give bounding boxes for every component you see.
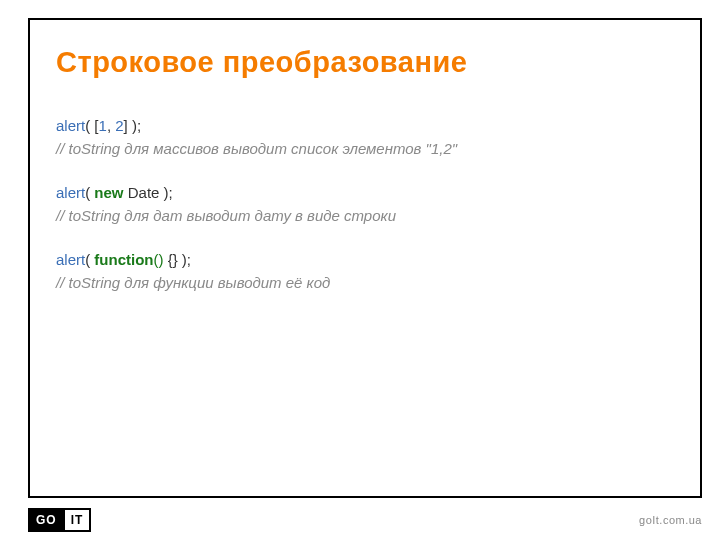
code-text: (	[85, 184, 94, 201]
code-text: (	[85, 251, 94, 268]
num-literal: 1	[99, 117, 107, 134]
logo-it: IT	[65, 508, 92, 532]
code-comment-1: // toString для массивов выводит список …	[56, 138, 700, 161]
code-text: {} );	[164, 251, 192, 268]
fn-alert: alert	[56, 184, 85, 201]
footer: GO IT goIt.com.ua	[0, 498, 720, 540]
num-literal: 2	[115, 117, 123, 134]
logo: GO IT	[28, 508, 91, 532]
kw-function: function	[94, 251, 153, 268]
code-text: ( [	[85, 117, 98, 134]
fn-alert: alert	[56, 251, 85, 268]
code-comment-3: // toString для функции выводит её код	[56, 272, 700, 295]
code-line-2: alert( new Date );	[56, 182, 700, 205]
footer-url: goIt.com.ua	[639, 514, 702, 526]
blank-line	[56, 227, 700, 249]
blank-line	[56, 160, 700, 182]
slide-frame: Строковое преобразование alert( [1, 2] )…	[28, 18, 702, 498]
code-block: alert( [1, 2] ); // toString для массиво…	[56, 115, 700, 294]
code-text: ] );	[124, 117, 142, 134]
slide-title: Строковое преобразование	[56, 46, 700, 79]
code-text: Date );	[124, 184, 173, 201]
code-comment-2: // toString для дат выводит дату в виде …	[56, 205, 700, 228]
kw-new: new	[94, 184, 123, 201]
logo-go: GO	[28, 508, 65, 532]
code-text: ,	[107, 117, 115, 134]
fn-alert: alert	[56, 117, 85, 134]
code-line-3: alert( function() {} );	[56, 249, 700, 272]
code-line-1: alert( [1, 2] );	[56, 115, 700, 138]
